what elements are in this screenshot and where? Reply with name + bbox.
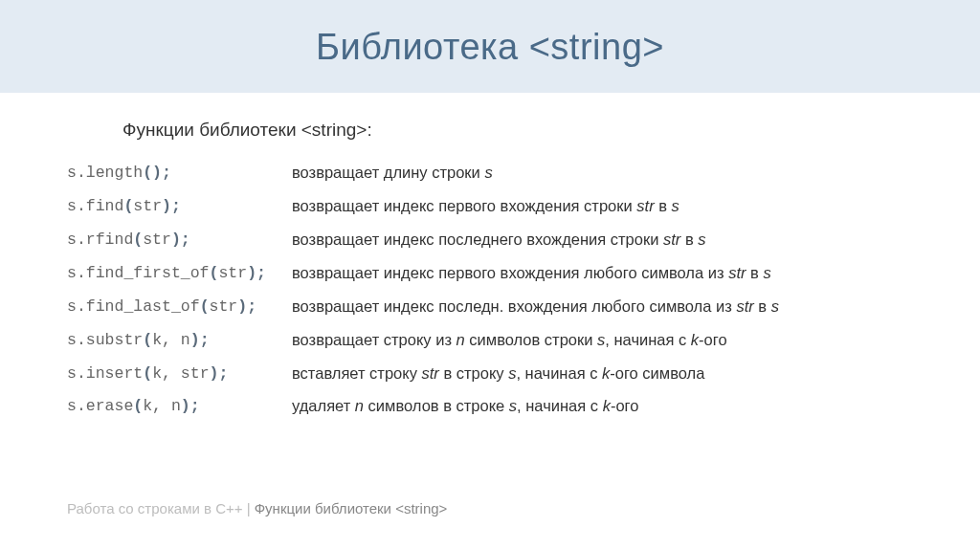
page-title: Библиотека <string> (0, 27, 980, 68)
func-code: s.find(str); (67, 195, 292, 218)
func-desc: возвращает индекс первого вхождения любо… (292, 262, 913, 285)
footer: Работа со строками в С++ | Функции библи… (67, 500, 447, 516)
func-desc: возвращает строку из n символов строки s… (292, 329, 913, 352)
func-code: s.insert(k, str); (67, 362, 292, 385)
func-code: s.length(); (67, 162, 292, 185)
func-code: s.find_first_of(str); (67, 262, 292, 285)
footer-section: Функции библиотеки <string> (255, 500, 448, 516)
func-desc: возвращает индекс первого вхождения стро… (292, 195, 913, 218)
func-desc: возвращает индекс последнего вхождения с… (292, 229, 913, 252)
func-desc: возвращает индекс последн. вхождения люб… (292, 296, 913, 318)
func-desc: удаляет n символов в строке s, начиная с… (292, 395, 913, 418)
title-band: Библиотека <string> (0, 0, 980, 93)
functions-table: s.length(); возвращает длину строки s s.… (67, 162, 913, 418)
func-desc: вставляет строку str в строку s, начиная… (292, 362, 913, 385)
subtitle: Функции библиотеки <string>: (122, 120, 913, 141)
func-code: s.find_last_of(str); (67, 296, 292, 318)
func-desc: возвращает длину строки s (292, 162, 913, 185)
footer-context: Работа со строками в С++ | (67, 500, 255, 516)
content-area: Функции библиотеки <string>: s.length();… (0, 93, 980, 418)
func-code: s.erase(k, n); (67, 395, 292, 418)
func-code: s.substr(k, n); (67, 329, 292, 352)
func-code: s.rfind(str); (67, 229, 292, 252)
